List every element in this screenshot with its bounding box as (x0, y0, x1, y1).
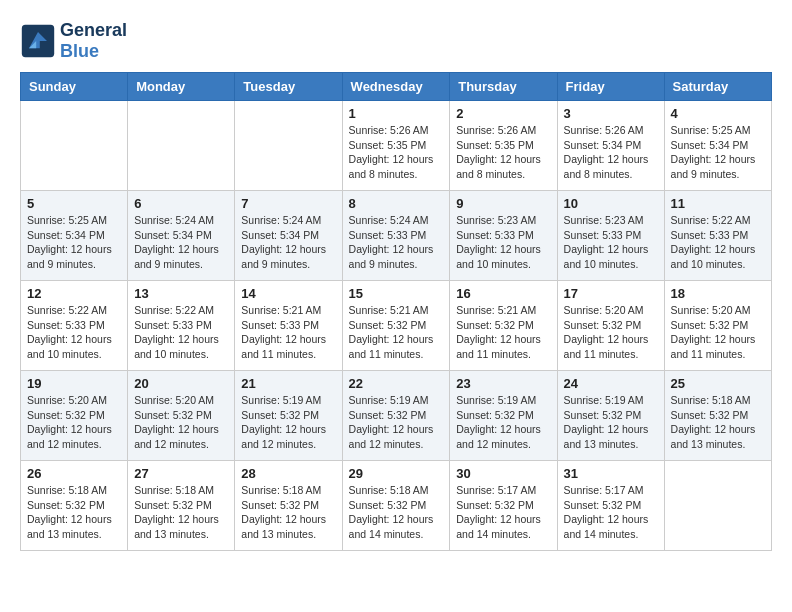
day-number: 31 (564, 466, 658, 481)
day-number: 6 (134, 196, 228, 211)
calendar-cell: 16Sunrise: 5:21 AMSunset: 5:32 PMDayligh… (450, 281, 557, 371)
weekday-header: Sunday (21, 73, 128, 101)
calendar-cell: 13Sunrise: 5:22 AMSunset: 5:33 PMDayligh… (128, 281, 235, 371)
day-number: 10 (564, 196, 658, 211)
calendar: SundayMondayTuesdayWednesdayThursdayFrid… (20, 72, 772, 551)
calendar-week-row: 1Sunrise: 5:26 AMSunset: 5:35 PMDaylight… (21, 101, 772, 191)
calendar-cell: 30Sunrise: 5:17 AMSunset: 5:32 PMDayligh… (450, 461, 557, 551)
day-number: 16 (456, 286, 550, 301)
day-number: 19 (27, 376, 121, 391)
calendar-week-row: 19Sunrise: 5:20 AMSunset: 5:32 PMDayligh… (21, 371, 772, 461)
day-info: Sunrise: 5:22 AMSunset: 5:33 PMDaylight:… (27, 303, 121, 362)
calendar-cell: 10Sunrise: 5:23 AMSunset: 5:33 PMDayligh… (557, 191, 664, 281)
day-info: Sunrise: 5:20 AMSunset: 5:32 PMDaylight:… (27, 393, 121, 452)
day-number: 24 (564, 376, 658, 391)
day-number: 15 (349, 286, 444, 301)
calendar-cell: 12Sunrise: 5:22 AMSunset: 5:33 PMDayligh… (21, 281, 128, 371)
day-info: Sunrise: 5:20 AMSunset: 5:32 PMDaylight:… (134, 393, 228, 452)
day-number: 3 (564, 106, 658, 121)
day-info: Sunrise: 5:25 AMSunset: 5:34 PMDaylight:… (671, 123, 765, 182)
day-info: Sunrise: 5:20 AMSunset: 5:32 PMDaylight:… (671, 303, 765, 362)
calendar-cell: 11Sunrise: 5:22 AMSunset: 5:33 PMDayligh… (664, 191, 771, 281)
day-info: Sunrise: 5:24 AMSunset: 5:34 PMDaylight:… (134, 213, 228, 272)
day-number: 27 (134, 466, 228, 481)
weekday-header: Monday (128, 73, 235, 101)
day-number: 29 (349, 466, 444, 481)
calendar-cell: 2Sunrise: 5:26 AMSunset: 5:35 PMDaylight… (450, 101, 557, 191)
day-info: Sunrise: 5:21 AMSunset: 5:32 PMDaylight:… (349, 303, 444, 362)
calendar-cell: 20Sunrise: 5:20 AMSunset: 5:32 PMDayligh… (128, 371, 235, 461)
calendar-cell: 19Sunrise: 5:20 AMSunset: 5:32 PMDayligh… (21, 371, 128, 461)
day-info: Sunrise: 5:19 AMSunset: 5:32 PMDaylight:… (241, 393, 335, 452)
day-number: 12 (27, 286, 121, 301)
page-header: General Blue (20, 20, 772, 62)
calendar-cell: 24Sunrise: 5:19 AMSunset: 5:32 PMDayligh… (557, 371, 664, 461)
calendar-cell: 4Sunrise: 5:25 AMSunset: 5:34 PMDaylight… (664, 101, 771, 191)
day-number: 8 (349, 196, 444, 211)
day-number: 17 (564, 286, 658, 301)
day-info: Sunrise: 5:17 AMSunset: 5:32 PMDaylight:… (456, 483, 550, 542)
day-number: 11 (671, 196, 765, 211)
calendar-cell: 23Sunrise: 5:19 AMSunset: 5:32 PMDayligh… (450, 371, 557, 461)
calendar-cell: 8Sunrise: 5:24 AMSunset: 5:33 PMDaylight… (342, 191, 450, 281)
calendar-cell: 29Sunrise: 5:18 AMSunset: 5:32 PMDayligh… (342, 461, 450, 551)
day-number: 4 (671, 106, 765, 121)
day-info: Sunrise: 5:22 AMSunset: 5:33 PMDaylight:… (134, 303, 228, 362)
calendar-week-row: 26Sunrise: 5:18 AMSunset: 5:32 PMDayligh… (21, 461, 772, 551)
day-info: Sunrise: 5:26 AMSunset: 5:35 PMDaylight:… (456, 123, 550, 182)
day-number: 1 (349, 106, 444, 121)
day-info: Sunrise: 5:18 AMSunset: 5:32 PMDaylight:… (671, 393, 765, 452)
day-info: Sunrise: 5:23 AMSunset: 5:33 PMDaylight:… (564, 213, 658, 272)
day-info: Sunrise: 5:21 AMSunset: 5:32 PMDaylight:… (456, 303, 550, 362)
day-info: Sunrise: 5:19 AMSunset: 5:32 PMDaylight:… (349, 393, 444, 452)
day-number: 9 (456, 196, 550, 211)
calendar-cell: 15Sunrise: 5:21 AMSunset: 5:32 PMDayligh… (342, 281, 450, 371)
logo: General Blue (20, 20, 127, 62)
day-number: 2 (456, 106, 550, 121)
calendar-cell: 6Sunrise: 5:24 AMSunset: 5:34 PMDaylight… (128, 191, 235, 281)
day-info: Sunrise: 5:20 AMSunset: 5:32 PMDaylight:… (564, 303, 658, 362)
day-number: 30 (456, 466, 550, 481)
logo-icon (20, 23, 56, 59)
calendar-week-row: 5Sunrise: 5:25 AMSunset: 5:34 PMDaylight… (21, 191, 772, 281)
day-info: Sunrise: 5:22 AMSunset: 5:33 PMDaylight:… (671, 213, 765, 272)
calendar-cell: 31Sunrise: 5:17 AMSunset: 5:32 PMDayligh… (557, 461, 664, 551)
calendar-cell: 26Sunrise: 5:18 AMSunset: 5:32 PMDayligh… (21, 461, 128, 551)
day-info: Sunrise: 5:18 AMSunset: 5:32 PMDaylight:… (349, 483, 444, 542)
day-number: 28 (241, 466, 335, 481)
calendar-cell (664, 461, 771, 551)
calendar-week-row: 12Sunrise: 5:22 AMSunset: 5:33 PMDayligh… (21, 281, 772, 371)
day-number: 26 (27, 466, 121, 481)
day-info: Sunrise: 5:24 AMSunset: 5:33 PMDaylight:… (349, 213, 444, 272)
calendar-cell (21, 101, 128, 191)
day-number: 20 (134, 376, 228, 391)
day-info: Sunrise: 5:26 AMSunset: 5:34 PMDaylight:… (564, 123, 658, 182)
day-info: Sunrise: 5:17 AMSunset: 5:32 PMDaylight:… (564, 483, 658, 542)
day-info: Sunrise: 5:21 AMSunset: 5:33 PMDaylight:… (241, 303, 335, 362)
day-info: Sunrise: 5:24 AMSunset: 5:34 PMDaylight:… (241, 213, 335, 272)
calendar-cell: 14Sunrise: 5:21 AMSunset: 5:33 PMDayligh… (235, 281, 342, 371)
calendar-cell: 9Sunrise: 5:23 AMSunset: 5:33 PMDaylight… (450, 191, 557, 281)
calendar-cell (128, 101, 235, 191)
calendar-cell: 27Sunrise: 5:18 AMSunset: 5:32 PMDayligh… (128, 461, 235, 551)
calendar-cell: 17Sunrise: 5:20 AMSunset: 5:32 PMDayligh… (557, 281, 664, 371)
day-number: 5 (27, 196, 121, 211)
day-number: 13 (134, 286, 228, 301)
day-info: Sunrise: 5:18 AMSunset: 5:32 PMDaylight:… (134, 483, 228, 542)
day-info: Sunrise: 5:18 AMSunset: 5:32 PMDaylight:… (241, 483, 335, 542)
day-number: 21 (241, 376, 335, 391)
calendar-header-row: SundayMondayTuesdayWednesdayThursdayFrid… (21, 73, 772, 101)
day-info: Sunrise: 5:26 AMSunset: 5:35 PMDaylight:… (349, 123, 444, 182)
day-number: 22 (349, 376, 444, 391)
calendar-cell: 28Sunrise: 5:18 AMSunset: 5:32 PMDayligh… (235, 461, 342, 551)
calendar-cell: 18Sunrise: 5:20 AMSunset: 5:32 PMDayligh… (664, 281, 771, 371)
day-number: 18 (671, 286, 765, 301)
day-number: 25 (671, 376, 765, 391)
day-info: Sunrise: 5:18 AMSunset: 5:32 PMDaylight:… (27, 483, 121, 542)
day-info: Sunrise: 5:19 AMSunset: 5:32 PMDaylight:… (564, 393, 658, 452)
calendar-cell: 21Sunrise: 5:19 AMSunset: 5:32 PMDayligh… (235, 371, 342, 461)
weekday-header: Wednesday (342, 73, 450, 101)
calendar-cell: 5Sunrise: 5:25 AMSunset: 5:34 PMDaylight… (21, 191, 128, 281)
logo-text: General Blue (60, 20, 127, 62)
day-info: Sunrise: 5:19 AMSunset: 5:32 PMDaylight:… (456, 393, 550, 452)
